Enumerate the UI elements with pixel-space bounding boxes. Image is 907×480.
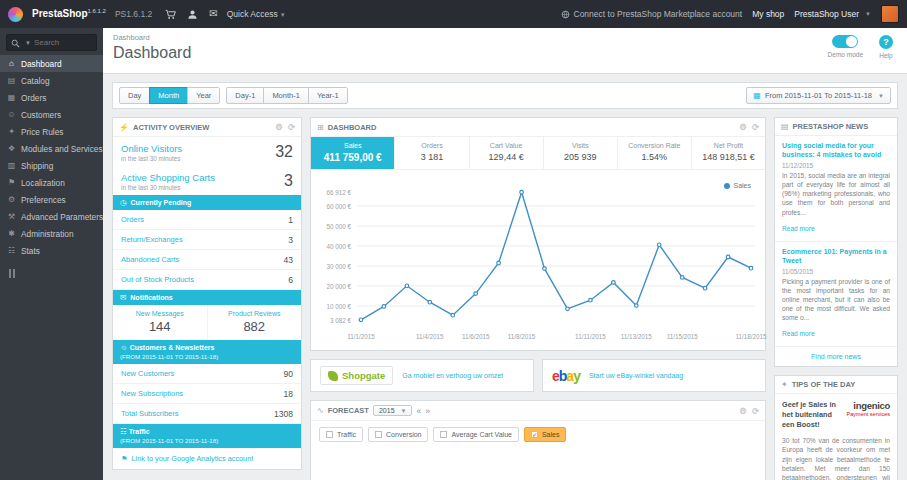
dashboard-panel-title: DASHBOARD bbox=[328, 123, 377, 132]
filter-year-button[interactable]: Year bbox=[187, 87, 220, 104]
version-label: 1.6.1.2 bbox=[88, 8, 106, 14]
activity-icon: ⚡ bbox=[119, 123, 129, 132]
demo-mode-toggle[interactable] bbox=[832, 35, 858, 48]
chart-y-axis: 66 912 €60 000 €50 000 €40 000 €30 000 €… bbox=[311, 180, 351, 330]
gear-icon[interactable]: ⚙ bbox=[275, 122, 283, 132]
search-input[interactable] bbox=[34, 38, 92, 47]
sidebar-item-price-rules[interactable]: ✦Price Rules bbox=[0, 123, 103, 140]
sidebar-item-localization[interactable]: ⚑Localization bbox=[0, 174, 103, 191]
sidebar-item-dashboard[interactable]: ⌂Dashboard bbox=[0, 55, 103, 72]
online-visitors-value: 32 bbox=[275, 143, 293, 161]
pending-row-abandoned-carts: Abandoned Carts43 bbox=[113, 250, 301, 270]
total-subscribers-link[interactable]: Total Subscribers bbox=[121, 409, 179, 418]
read-more-link[interactable]: Read more bbox=[782, 330, 815, 337]
date-preset-group-1: Day Month Year bbox=[119, 87, 220, 104]
read-more-link[interactable]: Read more bbox=[782, 225, 815, 232]
customers-topbar-icon[interactable] bbox=[187, 9, 198, 20]
forecast-prev-button[interactable]: « bbox=[416, 406, 421, 416]
gear-icon[interactable]: ⚙ bbox=[739, 406, 747, 416]
forecast-toggles: Traffic Conversion Average Cart Value ✓S… bbox=[311, 421, 765, 448]
customers-icon: ☺ bbox=[7, 110, 16, 119]
filter-day-button[interactable]: Day bbox=[119, 87, 150, 104]
chart-x-axis: 11/1/201511/4/201511/6/201511/8/201511/1… bbox=[357, 333, 755, 344]
prestashop-news-panel: ▤ PRESTASHOP NEWS Using social media for… bbox=[774, 117, 898, 367]
kpi-visits[interactable]: Visits205 939 bbox=[544, 137, 618, 169]
product-reviews-cell[interactable]: Product Reviews 882 bbox=[207, 305, 302, 340]
forecast-toggle-sales[interactable]: ✓Sales bbox=[524, 427, 567, 442]
forecast-year-select[interactable]: 2015▼ bbox=[373, 405, 413, 416]
sidebar-item-shipping[interactable]: ▥Shipping bbox=[0, 157, 103, 174]
filter-day-1-button[interactable]: Day-1 bbox=[226, 87, 264, 104]
sidebar-item-advanced-parameters[interactable]: ⚒Advanced Parameters bbox=[0, 208, 103, 225]
forecast-next-button[interactable]: » bbox=[425, 406, 430, 416]
marketplace-connect-link[interactable]: Connect to PrestaShop Marketplace accoun… bbox=[561, 9, 743, 19]
demo-mode-label: Demo mode bbox=[828, 51, 863, 58]
news-headline-link[interactable]: Ecommerce 101: Payments in a Tweet bbox=[782, 247, 890, 265]
refresh-icon[interactable]: ⟳ bbox=[288, 122, 295, 132]
sidebar-item-administration[interactable]: ✱Administration bbox=[0, 225, 103, 242]
pending-orders-link[interactable]: Orders bbox=[121, 215, 144, 224]
y-axis-label: 30 000 € bbox=[326, 263, 351, 270]
promo-row: Shopgate Ga mobiel en verhoog uw omzet e… bbox=[310, 359, 766, 392]
new-customers-row: New Customers90 bbox=[113, 364, 301, 384]
avatar[interactable] bbox=[881, 5, 899, 23]
new-messages-cell[interactable]: New Messages 144 bbox=[113, 305, 207, 340]
user-menu[interactable]: PrestaShop User▼ bbox=[794, 9, 871, 19]
sidebar-item-catalog[interactable]: ▤Catalog bbox=[0, 72, 103, 89]
help-icon[interactable]: ? bbox=[879, 35, 893, 49]
refresh-icon[interactable]: ⟳ bbox=[752, 406, 759, 416]
y-axis-label: 20 000 € bbox=[326, 283, 351, 290]
messages-icon[interactable]: ✉ bbox=[209, 9, 217, 19]
news-headline-link[interactable]: Using social media for your business: 4 … bbox=[782, 141, 890, 159]
kpi-orders[interactable]: Orders3 181 bbox=[395, 137, 469, 169]
google-analytics-link[interactable]: ⚑ Link to your Google Analytics account bbox=[113, 448, 301, 469]
pending-returns-link[interactable]: Return/Exchanges bbox=[121, 235, 183, 244]
topbar-right: Connect to PrestaShop Marketplace accoun… bbox=[561, 5, 900, 23]
new-customers-link[interactable]: New Customers bbox=[121, 369, 174, 378]
filter-month-button[interactable]: Month bbox=[149, 87, 188, 104]
refresh-icon[interactable]: ⟳ bbox=[752, 122, 759, 132]
active-carts-label[interactable]: Active Shopping Carts bbox=[121, 172, 284, 183]
forecast-toggle-average-cart-value[interactable]: Average Cart Value bbox=[433, 427, 518, 442]
sidebar-item-customers[interactable]: ☺Customers bbox=[0, 106, 103, 123]
find-more-news-link[interactable]: Find more news bbox=[775, 347, 897, 366]
dashboard-panel: ⊞ DASHBOARD ⚙⟳ Sales411 759,00 € Orders3… bbox=[310, 117, 766, 351]
forecast-toggle-conversion[interactable]: Conversion bbox=[368, 427, 428, 442]
quick-access-menu[interactable]: Quick Access▼ bbox=[227, 9, 286, 19]
out-of-stock-link[interactable]: Out of Stock Products bbox=[121, 275, 194, 284]
kpi-conversion-rate[interactable]: Conversion Rate1.54% bbox=[618, 137, 692, 169]
online-visitors-metric: Online Visitors in the last 30 minutes 3… bbox=[113, 137, 301, 166]
y-axis-label: 60 000 € bbox=[326, 203, 351, 210]
sidebar-search: ▼ bbox=[6, 34, 97, 51]
prestashop-logo bbox=[8, 7, 23, 22]
sidebar-item-modules[interactable]: ❖Modules and Services bbox=[0, 140, 103, 157]
main-area: Dashboard Dashboard Demo mode ? Help Day… bbox=[103, 28, 907, 480]
administration-icon: ✱ bbox=[7, 229, 16, 238]
pending-row-orders: Orders1 bbox=[113, 210, 301, 230]
chevron-down-icon[interactable]: ▼ bbox=[25, 40, 31, 46]
kpi-sales[interactable]: Sales411 759,00 € bbox=[311, 137, 395, 169]
collapse-menu-button[interactable] bbox=[9, 269, 103, 278]
header-controls: Demo mode ? Help bbox=[828, 35, 893, 59]
gear-icon[interactable]: ⚙ bbox=[739, 122, 747, 132]
abandoned-carts-link[interactable]: Abandoned Carts bbox=[121, 255, 179, 264]
sidebar-item-preferences[interactable]: ⚙Preferences bbox=[0, 191, 103, 208]
sidebar-item-orders[interactable]: ▦Orders bbox=[0, 89, 103, 106]
active-carts-metric: Active Shopping Carts in the last 30 min… bbox=[113, 166, 301, 195]
forecast-toggle-traffic[interactable]: Traffic bbox=[319, 427, 363, 442]
kpi-cart-value[interactable]: Cart Value129,44 € bbox=[470, 137, 544, 169]
sidebar-item-stats[interactable]: ☷Stats bbox=[0, 242, 103, 259]
online-visitors-label[interactable]: Online Visitors bbox=[121, 143, 275, 154]
ebay-link[interactable]: Start uw eBay-winkel vandaag bbox=[589, 372, 683, 379]
shopgate-link[interactable]: Ga mobiel en verhoog uw omzet bbox=[402, 372, 503, 379]
chart-legend[interactable]: Sales bbox=[724, 182, 751, 189]
total-subscribers-row: Total Subscribers1308 bbox=[113, 404, 301, 424]
filter-year-1-button[interactable]: Year-1 bbox=[308, 87, 348, 104]
cart-icon[interactable] bbox=[165, 9, 176, 20]
filter-month-1-button[interactable]: Month-1 bbox=[263, 87, 309, 104]
modules-icon: ❖ bbox=[7, 144, 16, 153]
my-shop-link[interactable]: My shop bbox=[752, 9, 784, 19]
kpi-net-profit[interactable]: Net Profit148 918,51 € bbox=[692, 137, 765, 169]
date-range-picker[interactable]: ▦ From 2015-11-01 To 2015-11-18 ▼ bbox=[746, 87, 891, 104]
new-subscriptions-link[interactable]: New Subscriptions bbox=[121, 389, 183, 398]
